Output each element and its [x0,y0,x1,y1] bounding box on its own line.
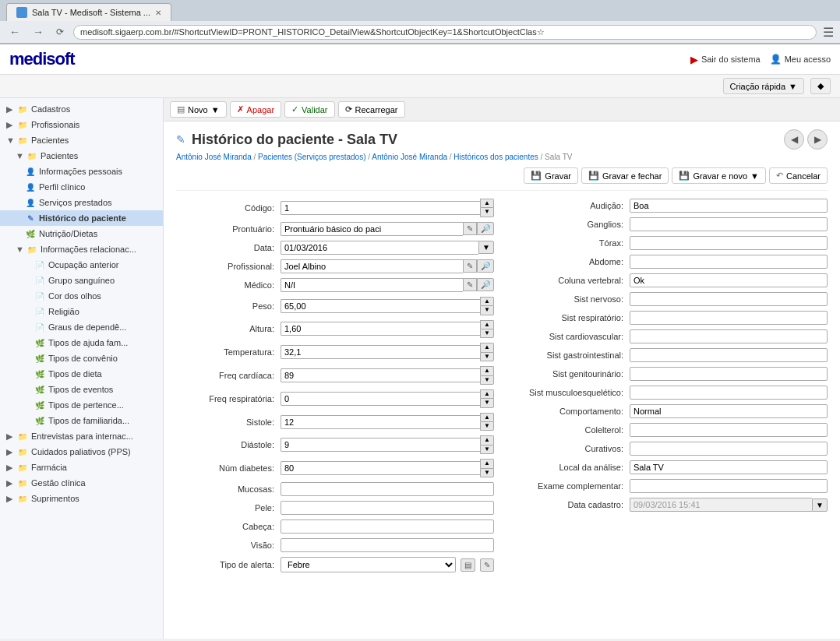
pele-input[interactable] [281,501,494,515]
visao-input[interactable] [281,538,494,552]
freq-respiratoria-spin-up[interactable]: ▲ [480,389,494,398]
sidebar-item-historico-paciente[interactable]: ✎ Histórico do paciente [0,210,163,226]
sist-respiratorio-input[interactable] [630,311,828,325]
sidebar-item-grupo-sanguineo[interactable]: 📄 Grupo sanguíneo [0,273,163,288]
medico-input[interactable] [281,278,463,292]
freq-cardiaca-input[interactable] [281,368,480,382]
sair-button[interactable]: ▶ Sair do sistema [690,54,761,65]
recarregar-button[interactable]: ⟳ Recarregar [338,101,405,118]
sist-geniturinario-input[interactable] [630,367,828,381]
profissional-input[interactable] [281,259,463,273]
sidebar-item-gestao-clinica[interactable]: ▶ 📁 Gestão clínica [0,475,163,491]
reload-button[interactable]: ⟳ [53,25,67,39]
prontuario-input[interactable] [281,222,463,236]
tipo-alerta-add-btn[interactable]: ▤ [461,558,475,572]
num-diabetes-input[interactable] [281,461,480,475]
browser-menu-icon[interactable]: ☰ [823,25,834,40]
profile-button[interactable]: ◆ [810,78,831,94]
breadcrumb-link-3[interactable]: Antônio José Miranda [372,153,447,161]
colelterol-input[interactable] [630,423,828,437]
sidebar-item-informacoes-relacionadas[interactable]: ▼ 📁 Informações relacionac... [0,241,163,257]
gravar-fechar-button[interactable]: 💾 Gravar e fechar [581,167,669,184]
altura-spin-up[interactable]: ▲ [480,320,494,329]
altura-spin-down[interactable]: ▼ [480,329,494,338]
num-diabetes-spin-up[interactable]: ▲ [480,459,494,467]
freq-cardiaca-spin-down[interactable]: ▼ [480,375,494,385]
breadcrumb-link-4[interactable]: Históricos dos pacientes [454,153,538,161]
breadcrumb-link-1[interactable]: Antônio José Miranda [176,153,252,161]
browser-tab[interactable]: Sala TV - Medisoft - Sistema ... ✕ [6,3,171,21]
mucosas-input[interactable] [281,482,494,496]
freq-cardiaca-spin-up[interactable]: ▲ [480,366,494,375]
comportamento-input[interactable] [630,404,828,418]
sidebar-item-cadastros[interactable]: ▶ 📁 Cadastros [0,101,163,117]
nav-next-button[interactable]: ▶ [807,129,828,150]
torax-input[interactable] [630,236,828,250]
freq-respiratoria-input[interactable] [281,392,480,406]
num-diabetes-spin-down[interactable]: ▼ [480,468,494,477]
sistole-input[interactable] [281,415,480,429]
back-button[interactable]: ← [6,24,23,40]
tab-close-button[interactable]: ✕ [155,9,161,17]
freq-respiratoria-spin-down[interactable]: ▼ [480,398,494,407]
diastole-spin-down[interactable]: ▼ [480,445,494,454]
peso-spin-up[interactable]: ▲ [480,297,494,305]
cabeca-input[interactable] [281,519,494,534]
sistole-spin-down[interactable]: ▼ [480,421,494,431]
sidebar-item-pacientes[interactable]: ▼ 📁 Pacientes [0,148,163,164]
codigo-spin-up[interactable]: ▲ [480,199,494,207]
data-calendar-btn[interactable]: ▼ [478,241,494,254]
diastole-input[interactable] [281,438,480,452]
audicao-input[interactable] [630,199,828,213]
sidebar-item-tipos-convenio[interactable]: 🌿 Tipos de convênio [0,350,163,366]
sidebar-item-suprimentos[interactable]: ▶ 📁 Suprimentos [0,491,163,506]
ganglios-input[interactable] [630,217,828,231]
gravar-button[interactable]: 💾 Gravar [524,167,578,184]
prontuario-search-btn[interactable]: 🔎 [477,222,494,235]
sidebar-item-cuidados-paliativos[interactable]: ▶ 📁 Cuidados paliativos (PPS) [0,444,163,460]
profissional-search-btn[interactable]: 🔎 [477,259,494,273]
gravar-novo-button[interactable]: 💾 Gravar e novo ▼ [672,167,766,184]
sidebar-item-entrevistas-internacao[interactable]: ▶ 📁 Entrevistas para internac... [0,428,163,444]
sidebar-item-ocupacao-anterior[interactable]: 📄 Ocupação anterior [0,257,163,273]
sidebar-item-graus-dependencia[interactable]: 📄 Graus de dependê... [0,319,163,335]
diastole-spin-up[interactable]: ▲ [480,435,494,444]
sist-gastrointestinal-input[interactable] [630,348,828,362]
sidebar-item-pacientes-root[interactable]: ▼ 📁 Pacientes [0,132,163,148]
coluna-vertebral-input[interactable] [630,273,828,287]
sidebar-item-perfil-clinico[interactable]: 👤 Perfil clínico [0,179,163,195]
sidebar-item-tipos-dieta[interactable]: 🌿 Tipos de dieta [0,366,163,382]
local-analise-input[interactable] [630,460,828,474]
criacao-rapida-button[interactable]: Criação rápida ▼ [723,78,804,94]
exame-complementar-input[interactable] [630,479,828,493]
temperatura-spin-down[interactable]: ▼ [480,352,494,361]
peso-spin-down[interactable]: ▼ [480,305,494,315]
codigo-input[interactable] [281,201,480,215]
sidebar-item-religiao[interactable]: 📄 Religião [0,304,163,319]
sidebar-item-informacoes-pessoais[interactable]: 👤 Informações pessoais [0,164,163,179]
cancelar-button[interactable]: ↶ Cancelar [769,167,828,184]
sidebar-item-tipos-ajuda-fam[interactable]: 🌿 Tipos de ajuda fam... [0,335,163,350]
curativos-input[interactable] [630,442,828,456]
sidebar-item-profissionais[interactable]: ▶ 📁 Profissionais [0,117,163,132]
data-cadastro-calendar-btn[interactable]: ▼ [812,498,828,512]
abdome-input[interactable] [630,255,828,269]
sidebar-item-cor-olhos[interactable]: 📄 Cor dos olhos [0,288,163,304]
prontuario-edit-btn[interactable]: ✎ [463,222,477,235]
forward-button[interactable]: → [30,24,47,40]
nav-prev-button[interactable]: ◀ [784,129,804,150]
data-input[interactable] [281,241,478,255]
apagar-button[interactable]: ✗ Apagar [230,101,281,118]
sidebar-item-tipos-eventos[interactable]: 🌿 Tipos de eventos [0,382,163,397]
sistole-spin-up[interactable]: ▲ [480,413,494,421]
profissional-edit-btn[interactable]: ✎ [463,259,477,273]
sidebar-item-tipos-pertence[interactable]: 🌿 Tipos de pertence... [0,397,163,413]
sist-nervoso-input[interactable] [630,292,828,306]
sidebar-item-servicos-prestados[interactable]: 👤 Serviços prestados [0,195,163,210]
temperatura-input[interactable] [281,345,480,359]
tipo-alerta-edit-btn[interactable]: ✎ [480,558,494,572]
meu-acesso-button[interactable]: 👤 Meu acesso [770,54,831,65]
tipo-alerta-select[interactable]: Febre [281,557,456,572]
address-bar[interactable]: medisoft.sigaerp.com.br/#ShortcutViewID=… [73,25,817,40]
temperatura-spin-up[interactable]: ▲ [480,343,494,351]
